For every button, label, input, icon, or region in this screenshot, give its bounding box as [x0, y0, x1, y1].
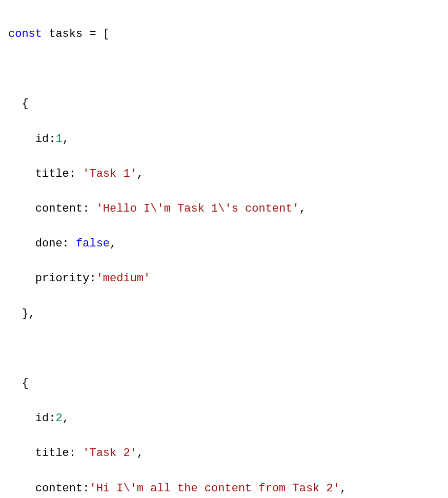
indent [8, 202, 35, 215]
comma: , [63, 412, 69, 425]
prop-content: content: [35, 482, 90, 495]
code-line: title: 'Task 1', [8, 165, 440, 183]
indent [8, 377, 22, 390]
indent [8, 272, 35, 285]
code-line: title: 'Task 2', [8, 445, 440, 462]
code-line: content: 'Hello I\'m Task 1\'s content', [8, 200, 440, 218]
prop-priority: priority: [35, 272, 96, 285]
comma: , [63, 133, 69, 146]
indent [8, 168, 35, 180]
string-literal: 'Task 1' [83, 168, 137, 180]
indent [8, 412, 35, 425]
string-literal: 'medium' [96, 272, 151, 285]
comma: , [137, 447, 144, 460]
prop-content: content: [35, 202, 96, 215]
prop-done: done: [35, 237, 76, 250]
indent [8, 97, 22, 110]
brace-close: }, [22, 307, 35, 320]
code-line: done: false, [8, 235, 440, 253]
code-line: content:'Hi I\'m all the content from Ta… [8, 480, 440, 497]
indent [8, 307, 22, 320]
brace-open: { [22, 97, 28, 110]
code-line: priority:'medium' [8, 270, 440, 287]
keyword-const: const [8, 28, 42, 40]
string-literal: 'Hi I\'m all the content from Task 2' [89, 482, 339, 495]
code-line: { [8, 375, 440, 392]
comma: , [110, 237, 116, 250]
comma: , [299, 202, 306, 215]
code-line: const tasks = [ [8, 26, 440, 43]
indent [8, 237, 35, 250]
indent [8, 133, 35, 146]
number-literal: 2 [55, 412, 62, 425]
string-literal: 'Hello I\'m Task 1\'s content' [96, 202, 299, 215]
code-line: id:1, [8, 131, 440, 148]
boolean-literal: false [76, 237, 110, 250]
indent [8, 447, 35, 460]
text: = [ [83, 28, 110, 40]
code-line: }, [8, 305, 440, 323]
prop-id: id: [35, 133, 56, 146]
code-line: { [8, 95, 440, 113]
number-literal: 1 [55, 133, 62, 146]
comma: , [137, 168, 144, 180]
indent [8, 482, 35, 495]
brace-open: { [22, 377, 28, 390]
prop-id: id: [35, 412, 56, 425]
prop-title: title: [35, 447, 83, 460]
text [42, 28, 49, 40]
string-literal: 'Task 2' [83, 447, 137, 460]
identifier: tasks [49, 28, 83, 40]
code-block: const tasks = [ { id:1, title: 'Task 1',… [8, 8, 440, 498]
comma: , [340, 482, 347, 495]
code-line: id:2, [8, 410, 440, 427]
prop-title: title: [35, 168, 83, 180]
